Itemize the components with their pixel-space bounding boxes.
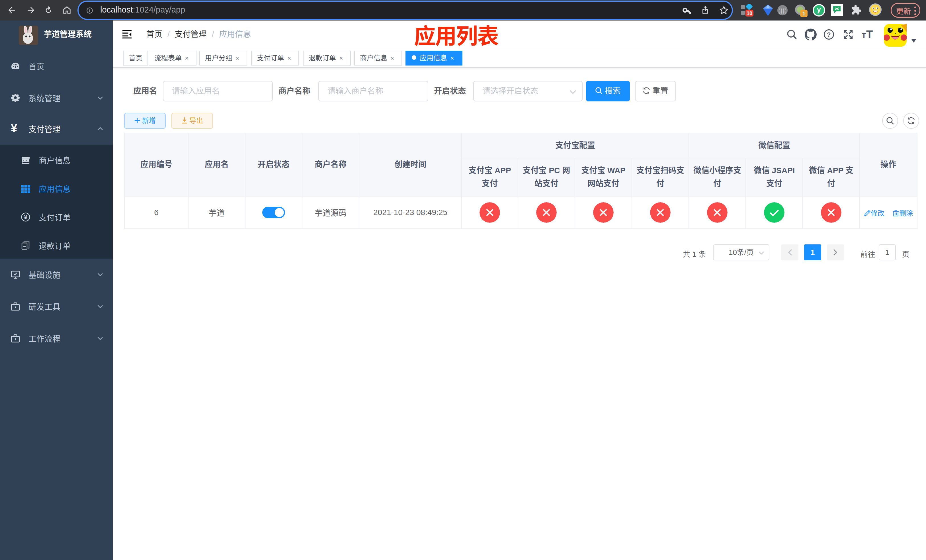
svg-text:1: 1 — [802, 11, 805, 17]
svg-text:10: 10 — [747, 11, 752, 16]
svg-text:¥: ¥ — [24, 214, 27, 220]
svg-text:?: ? — [827, 31, 831, 38]
